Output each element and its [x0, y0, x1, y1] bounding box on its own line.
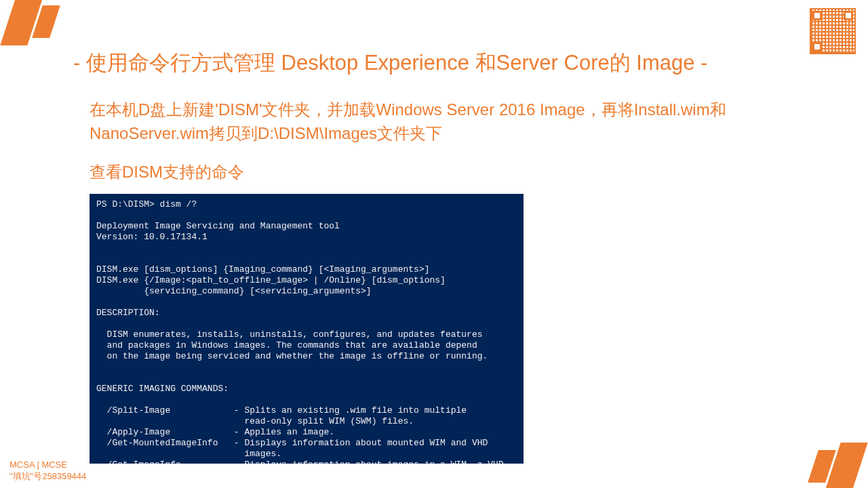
section-title: 查看DISM支持的命令: [90, 161, 244, 183]
corner-decoration-bottom-right: [807, 441, 868, 488]
slide-title: - 使用命令行方式管理 Desktop Experience 和Server C…: [73, 49, 707, 77]
slide-subtitle: 在本机D盘上新建'DISM'文件夹，并加载Windows Server 2016…: [90, 98, 800, 146]
corner-decoration-top-left: [0, 0, 61, 47]
powershell-terminal: PS D:\DISM> dism /? Deployment Image Ser…: [90, 194, 524, 464]
qr-code-icon: [810, 8, 856, 54]
footer-line-2: "填坑"号258359444: [9, 471, 86, 483]
footer-line-1: MCSA | MCSE: [9, 460, 86, 471]
footer-credits: MCSA | MCSE "填坑"号258359444: [9, 460, 86, 483]
